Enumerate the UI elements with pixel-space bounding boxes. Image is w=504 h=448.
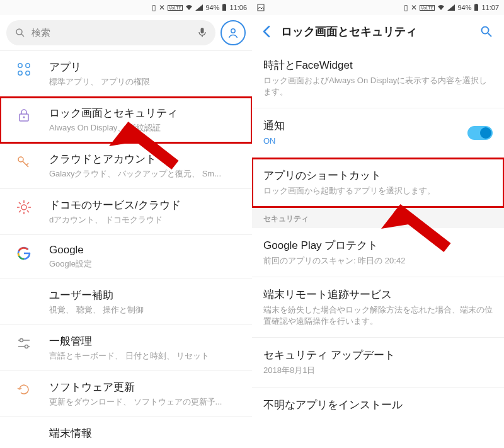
lockscreen-security-screen: ▯ ✕ VoLTE 94% 11:07 ロック画面とセキュリティ 時計とFace… — [252, 0, 504, 448]
svg-point-29 — [25, 345, 28, 348]
setting-sub: Always On Display、 指紋認証 — [49, 122, 242, 134]
wifi-icon — [437, 4, 445, 11]
svg-line-21 — [19, 202, 21, 204]
svg-point-9 — [18, 71, 22, 75]
search-button[interactable] — [478, 23, 495, 40]
battery-pct: 94% — [205, 4, 219, 11]
battery-icon — [474, 4, 479, 11]
svg-point-27 — [20, 339, 23, 342]
svg-line-22 — [27, 210, 29, 212]
setting-title: ドコモのサービス/クラウド — [49, 198, 242, 212]
volte-icon: VoLTE — [420, 5, 435, 11]
sim-icon: ▯ — [152, 3, 156, 12]
setting-sub: Galaxyクラウド、 バックアップと復元、 Sm... — [49, 168, 242, 180]
notifications-toggle[interactable] — [467, 126, 493, 140]
setting-item-deviceinfo[interactable]: 端末情報 — [0, 417, 252, 448]
clock: 11:07 — [481, 4, 499, 11]
setting-sub: 標準アプリ、 アプリの権限 — [49, 76, 242, 88]
setting-item-cloud[interactable]: クラウドとアカウント Galaxyクラウド、 バックアップと復元、 Sm... — [0, 143, 252, 189]
detail-sub: ロック画面から起動するアプリを選択します。 — [263, 185, 493, 197]
setting-item-apps[interactable]: アプリ 標準アプリ、 アプリの権限 — [0, 51, 252, 97]
sliders-icon — [10, 334, 38, 352]
detail-sub: ON — [263, 135, 493, 147]
svg-point-10 — [26, 71, 30, 75]
svg-line-3 — [21, 34, 24, 37]
svg-point-6 — [231, 29, 235, 33]
setting-item-update[interactable]: ソフトウェア更新 更新をダウンロード、 ソフトウェアの更新予... — [0, 371, 252, 417]
svg-rect-31 — [474, 4, 478, 11]
setting-sub: 言語とキーボード、 日付と時刻、 リセット — [49, 350, 242, 362]
volte-icon: VoLTE — [168, 5, 183, 11]
svg-line-34 — [488, 33, 492, 37]
settings-screen-left: ▯ ✕ VoLTE 94% 11:06 検索 — [0, 0, 252, 448]
battery-pct: 94% — [457, 4, 471, 11]
mute-icon: ✕ — [411, 3, 417, 12]
setting-sub: dアカウント、 ドコモクラウド — [49, 214, 242, 226]
svg-point-7 — [18, 64, 22, 67]
setting-item-google[interactable]: Google Google設定 — [0, 235, 252, 279]
svg-point-16 — [21, 205, 26, 210]
setting-title: 一般管理 — [49, 334, 242, 348]
detail-item-security-update[interactable]: セキュリティ アップデート 2018年8月1日 — [252, 338, 504, 387]
refresh-icon — [10, 380, 38, 398]
apps-icon — [10, 60, 38, 78]
status-bar: ▯ ✕ VoLTE 94% 11:06 — [0, 0, 252, 15]
svg-point-13 — [18, 157, 23, 162]
detail-item-unknown-apps[interactable]: 不明なアプリをインストール — [252, 388, 504, 425]
google-icon — [10, 244, 38, 261]
detail-item-notifications[interactable]: 通知 ON — [252, 108, 504, 158]
signal-icon — [447, 4, 455, 11]
setting-item-general[interactable]: 一般管理 言語とキーボード、 日付と時刻、 リセット — [0, 325, 252, 371]
back-button[interactable] — [257, 23, 276, 40]
setting-title: ユーザー補助 — [49, 288, 242, 302]
svg-rect-1 — [224, 4, 226, 4]
setting-sub: Google設定 — [49, 258, 242, 270]
setting-title: アプリ — [49, 60, 242, 74]
svg-point-2 — [16, 29, 22, 35]
detail-item-app-shortcut[interactable]: アプリのショートカット ロック画面から起動するアプリを選択します。 — [252, 158, 504, 207]
setting-item-accessibility[interactable]: ユーザー補助 視覚、 聴覚、 操作と制御 — [0, 279, 252, 325]
svg-rect-0 — [222, 4, 226, 11]
detail-sub: ロック画面およびAlways On Displayに表示する内容を選択します。 — [263, 75, 493, 98]
detail-item-remote-tracking[interactable]: 端末リモート追跡サービス 端末を紛失した場合やロック解除方法を忘れた場合、端末の… — [252, 277, 504, 338]
detail-sub: 前回のアプリのスキャン: 昨日の 20:42 — [263, 255, 493, 267]
profile-button[interactable] — [220, 20, 246, 45]
signal-icon — [195, 4, 203, 11]
wifi-icon — [185, 4, 193, 11]
section-label-security: セキュリティ — [252, 207, 504, 228]
detail-title: 不明なアプリをインストール — [263, 398, 493, 412]
setting-sub: 視覚、 聴覚、 操作と制御 — [49, 304, 242, 316]
toggle-knob — [480, 127, 491, 139]
svg-point-12 — [23, 117, 25, 118]
mic-icon[interactable] — [198, 27, 207, 38]
search-icon — [15, 28, 25, 38]
search-input[interactable]: 検索 — [6, 20, 215, 45]
detail-item-clock-facewidget[interactable]: 時計とFaceWidget ロック画面およびAlways On Displayに… — [252, 48, 504, 108]
battery-icon — [222, 4, 227, 11]
setting-title: Google — [49, 244, 242, 256]
detail-list: 時計とFaceWidget ロック画面およびAlways On Displayに… — [252, 48, 504, 448]
setting-title: ロック画面とセキュリティ — [49, 106, 242, 120]
setting-title: ソフトウェア更新 — [49, 380, 242, 394]
search-placeholder: 検索 — [32, 27, 192, 39]
svg-point-33 — [482, 27, 489, 34]
setting-sub: 更新をダウンロード、 ソフトウェアの更新予... — [49, 396, 242, 408]
setting-item-docomo[interactable]: ドコモのサービス/クラウド dアカウント、 ドコモクラウド — [0, 189, 252, 235]
detail-title: 端末リモート追跡サービス — [263, 287, 493, 302]
svg-rect-4 — [201, 28, 204, 33]
detail-title: セキュリティ アップデート — [263, 348, 493, 362]
detail-sub: 2018年8月1日 — [263, 365, 493, 376]
gear-icon — [10, 198, 38, 215]
key-icon — [10, 152, 38, 169]
svg-point-8 — [26, 64, 30, 67]
detail-item-play-protect[interactable]: Google Play プロテクト 前回のアプリのスキャン: 昨日の 20:42 — [252, 228, 504, 277]
svg-line-15 — [26, 163, 28, 165]
setting-title: 端末情報 — [49, 426, 242, 440]
setting-item-lockscreen[interactable]: ロック画面とセキュリティ Always On Display、 指紋認証 — [0, 97, 252, 143]
detail-title: 通知 — [263, 118, 493, 133]
status-bar: ▯ ✕ VoLTE 94% 11:07 — [252, 0, 504, 15]
search-row: 検索 — [0, 15, 252, 51]
settings-list: アプリ 標準アプリ、 アプリの権限 ロック画面とセキュリティ Always On… — [0, 51, 252, 448]
image-icon — [257, 4, 265, 11]
detail-title: アプリのショートカット — [263, 168, 493, 183]
